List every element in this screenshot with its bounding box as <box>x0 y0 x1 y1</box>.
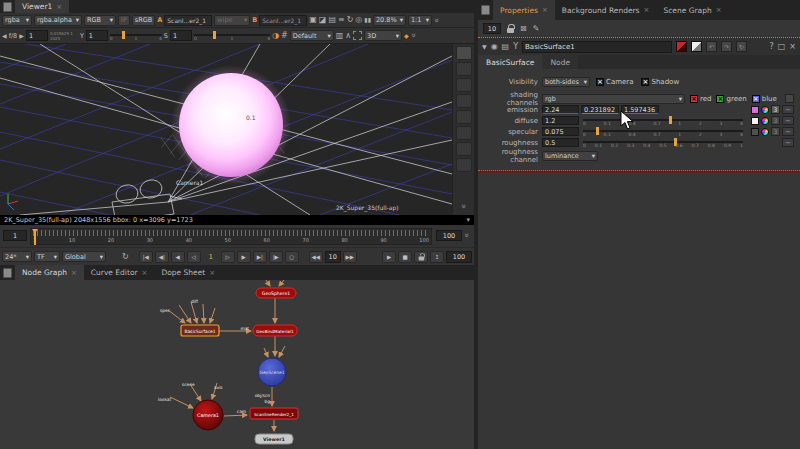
fullres-button[interactable]: ■ <box>398 251 412 263</box>
frame-ruler[interactable]: 1102030405060708090100 <box>30 228 432 245</box>
specular-field[interactable] <box>542 127 579 136</box>
tab-dope-sheet[interactable]: Dope Sheet× <box>154 265 222 280</box>
tab-properties[interactable]: Properties× <box>493 0 555 20</box>
panel-splitter-icon[interactable] <box>481 5 490 15</box>
nodegraph-canvas[interactable]: spec diff mat obj/scn bg cam lookat scen… <box>0 280 474 449</box>
transport-button[interactable]: ▶| <box>253 251 267 263</box>
flipbook-icon[interactable]: ▥ <box>336 32 344 40</box>
diffuse-channels-button[interactable]: 3 <box>771 116 780 125</box>
rotate-tool-icon[interactable] <box>456 78 472 92</box>
export-icon[interactable]: ▤ <box>502 43 510 51</box>
specular-slider[interactable]: 00.10.40.71234 <box>583 127 743 137</box>
help-button[interactable]: ? <box>769 43 773 51</box>
panel-color-swatch[interactable] <box>691 41 702 52</box>
tab-node[interactable]: Node <box>542 55 578 69</box>
transport-button[interactable]: ◁ <box>187 251 201 263</box>
grid-display-icon[interactable] <box>456 126 472 140</box>
layers-icon[interactable]: ▤ <box>328 16 336 24</box>
gain-field[interactable] <box>26 30 48 41</box>
panel-splitter-icon[interactable] <box>3 2 12 12</box>
revert-button[interactable]: ↻ <box>736 41 747 52</box>
gamma-curve-icon[interactable]: ∧ <box>345 32 351 40</box>
close-icon[interactable]: × <box>542 6 548 14</box>
specular-channels-button[interactable]: 3 <box>771 127 780 136</box>
close-icon[interactable]: × <box>644 6 650 14</box>
frame-range-mode-dropdown[interactable]: Global▾ <box>62 251 106 262</box>
emission-channels-button[interactable]: 3 <box>771 105 780 114</box>
step-back-button[interactable]: ◀◀ <box>309 251 323 263</box>
toolbar-overflow-chevron[interactable]: » <box>432 18 441 23</box>
input-process-button[interactable]: IP <box>118 15 130 26</box>
pixel-aspect-dropdown[interactable]: 1:1▾ <box>408 15 432 26</box>
tab-basicsurface[interactable]: BasicSurface <box>478 55 542 69</box>
lock-panels-icon[interactable] <box>507 28 514 33</box>
viewport-3d[interactable]: 0.1 Camera1 2K_Super_35(full-ap) <box>0 44 452 215</box>
pin-button[interactable]: ↥ <box>430 251 444 263</box>
edit-icon[interactable]: ✎ <box>533 25 540 33</box>
roughness-curve-button[interactable]: ~ <box>782 138 794 147</box>
tab-scene-graph[interactable]: Scene Graph× <box>656 0 728 20</box>
toolbar2-overflow-chevron[interactable]: » <box>409 33 418 38</box>
range-out-field[interactable] <box>436 230 462 241</box>
fstop-prev-icon[interactable]: ◀ <box>2 33 7 39</box>
roughness-slider[interactable]: 00.10.20.30.40.50.60.70.80.91 <box>583 138 743 148</box>
timeline-chevron[interactable]: » <box>462 233 471 238</box>
close-icon[interactable]: × <box>716 6 722 14</box>
view-mode-dropdown[interactable]: 3D▾ <box>364 30 402 41</box>
gain-slider[interactable]: 0.015625 1 1024 <box>50 31 78 41</box>
range-in-field[interactable] <box>3 230 27 241</box>
align-tool-icon[interactable] <box>456 110 472 124</box>
panel-splitter-icon[interactable] <box>3 268 12 278</box>
tab-viewer1[interactable]: Viewer1 × <box>15 0 69 13</box>
frame-increment-field[interactable] <box>325 251 341 263</box>
timeline-filter-dropdown[interactable]: TF▾ <box>34 251 60 262</box>
saturation-field[interactable] <box>170 30 192 41</box>
blue-channel-checkbox[interactable]: × <box>752 95 760 103</box>
transport-button[interactable]: |▶ <box>269 251 283 263</box>
gamma-slider[interactable]: 014 <box>110 31 162 41</box>
checker-icon[interactable]: # <box>281 32 288 40</box>
input-a-field[interactable]: Scanl...er2_1 <box>164 15 212 26</box>
close-icon[interactable]: × <box>142 269 148 277</box>
transport-button[interactable]: ▶ <box>237 251 251 263</box>
diffuse-field[interactable] <box>542 116 579 125</box>
gamma-field[interactable] <box>86 30 108 41</box>
toolstrip-chevron[interactable]: » <box>459 204 468 209</box>
points-display-icon[interactable] <box>456 142 472 156</box>
flipbook-button[interactable]: ▶ <box>382 251 396 263</box>
roughness-field[interactable] <box>542 138 579 147</box>
current-frame[interactable]: 1 <box>203 253 219 261</box>
tab-background-renders[interactable]: Background Renders× <box>555 0 657 20</box>
close-icon[interactable]: × <box>209 269 215 277</box>
redo-button[interactable]: ↷ <box>721 41 732 52</box>
zoom-level-dropdown[interactable]: 20.8%▾ <box>373 15 406 26</box>
gain-toggle-icon[interactable]: ◑ <box>272 32 279 40</box>
alpha-channel-dropdown[interactable]: rgba.alpha▾ <box>34 15 82 26</box>
pause-icon[interactable]: ▮▮ <box>364 17 371 23</box>
refresh-icon[interactable]: ↻ <box>347 16 354 24</box>
channel-layer-dropdown[interactable]: rgba▾ <box>2 15 32 26</box>
undo-button[interactable]: ↶ <box>706 41 717 52</box>
node-color-swatch[interactable] <box>676 41 687 52</box>
viewer-process-dropdown[interactable]: Default▾ <box>290 30 334 41</box>
transport-button[interactable]: ▷ <box>221 251 235 263</box>
close-panel-button[interactable]: × <box>789 43 796 51</box>
close-icon[interactable]: × <box>71 269 77 277</box>
specular-color-swatch[interactable] <box>751 128 759 136</box>
input-b-field[interactable]: Scanl...er2_1 <box>259 15 307 26</box>
fps-dropdown[interactable]: 24*▾ <box>2 251 32 262</box>
transport-button[interactable]: ◀ <box>171 251 185 263</box>
panel-resize-divider[interactable] <box>478 170 800 173</box>
playback-out-field[interactable] <box>446 251 472 263</box>
collapse-triangle-icon[interactable]: ▼ <box>482 44 487 50</box>
roi-icon[interactable]: ◎ <box>355 16 362 24</box>
green-channel-checkbox[interactable]: × <box>716 95 724 103</box>
viewer-lut-button[interactable]: sRGB <box>132 15 155 26</box>
saturation-slider[interactable]: 014 <box>194 31 270 41</box>
transport-button[interactable]: ◀| <box>155 251 169 263</box>
sphere-object[interactable] <box>179 73 283 177</box>
proxy-icon[interactable]: ◪ <box>319 16 327 24</box>
specular-curve-button[interactable]: ~ <box>782 127 794 136</box>
clear-panels-icon[interactable]: ⊠ <box>520 25 527 33</box>
bbox-display-icon[interactable] <box>456 158 472 172</box>
